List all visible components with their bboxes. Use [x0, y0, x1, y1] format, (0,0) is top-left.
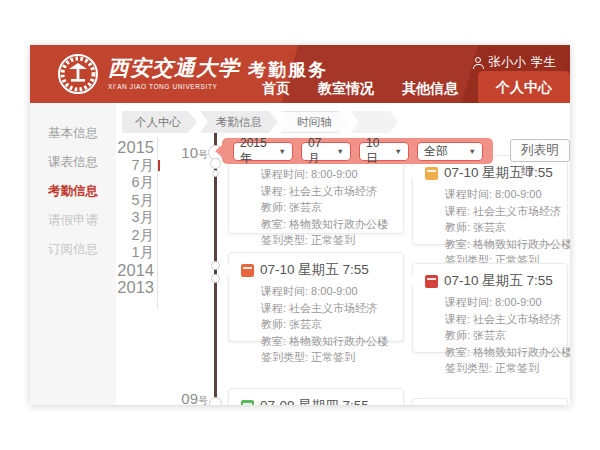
- calendar-icon: [425, 167, 438, 180]
- breadcrumb-timeline[interactable]: 时间轴: [281, 111, 348, 133]
- scope-dropdown[interactable]: 全部 ▼: [417, 142, 483, 161]
- card-field: 教室: 格物致知行政办公楼: [261, 333, 395, 350]
- timeline-node: [212, 170, 219, 177]
- card-date: 07-10 星期五 7:55: [444, 272, 553, 290]
- year-2014[interactable]: 2014: [90, 262, 154, 280]
- chevron-down-icon: ▼: [337, 147, 344, 156]
- chevron-down-icon: ▼: [395, 147, 402, 156]
- card-date: 07-10 星期五 7:55: [444, 164, 553, 182]
- year-2013[interactable]: 2013: [90, 279, 154, 297]
- rail-divider: [157, 137, 158, 309]
- card-date: 07-09 星期四 7:55: [260, 397, 369, 405]
- university-name-en: XI'AN JIAO TONG UNIVERSITY: [108, 83, 240, 90]
- nav-classrooms[interactable]: 教室情况: [304, 73, 388, 103]
- card-field: 教室: 格物致知行政办公楼: [445, 236, 559, 253]
- card-field: 教室: 格物致知行政办公楼: [261, 216, 395, 233]
- month-7-label: 7月: [131, 157, 154, 173]
- breadcrumb: 个人中心 考勤信息 时间轴: [122, 111, 402, 133]
- user-role: 学生: [531, 54, 556, 71]
- app-header: 西安交通大学 XI'AN JIAO TONG UNIVERSITY 考勤服务 张…: [30, 45, 570, 103]
- day-label-10: 10号: [172, 144, 208, 162]
- card-field: 教师: 张芸京: [261, 199, 395, 216]
- app-window: 西安交通大学 XI'AN JIAO TONG UNIVERSITY 考勤服务 张…: [30, 45, 570, 405]
- card-date: 07-10 星期五 7:55: [260, 261, 369, 279]
- calendar-icon: [241, 400, 254, 406]
- scope-dropdown-value: 全部: [424, 143, 448, 160]
- card-field: 课程: 社会主义市场经济: [261, 300, 395, 317]
- nav-home[interactable]: 首页: [248, 73, 304, 103]
- attendance-card: 07-10 星期五 7:55 课程时间: 8:00-9:00 课程: 社会主义市…: [412, 263, 568, 353]
- card-field: 签到类型: 正常签到: [445, 360, 559, 377]
- day-dropdown[interactable]: 10日 ▼: [359, 142, 409, 161]
- month-5[interactable]: 5月: [90, 192, 154, 210]
- user-name: 张小小: [489, 54, 527, 71]
- timeline-node: [211, 261, 220, 270]
- timeline-node: [209, 397, 222, 405]
- year-dropdown[interactable]: 2015年 ▼: [233, 142, 293, 161]
- card-field: 课程: 社会主义市场经济: [445, 203, 559, 220]
- month-7[interactable]: 7月: [90, 157, 154, 175]
- year-2015[interactable]: 2015: [90, 139, 154, 157]
- card-field: 课程时间: 8:00-9:00: [445, 294, 559, 311]
- timeline-node: [211, 274, 220, 283]
- breadcrumb-tail: [351, 111, 399, 133]
- year-dropdown-value: 2015年: [240, 136, 272, 167]
- card-field: 课程时间: 8:00-9:00: [445, 186, 559, 203]
- month-6[interactable]: 6月: [90, 174, 154, 192]
- calendar-icon: [425, 275, 438, 288]
- card-field: 教师: 张芸京: [445, 327, 559, 344]
- university-seal-icon: [56, 52, 100, 96]
- day-dropdown-value: 10日: [366, 136, 388, 167]
- card-field: 课程时间: 8:00-9:00: [261, 283, 395, 300]
- brand-block: 西安交通大学 XI'AN JIAO TONG UNIVERSITY: [108, 54, 240, 90]
- user-info[interactable]: 张小小 学生: [473, 54, 557, 71]
- breadcrumb-attendance[interactable]: 考勤信息: [200, 111, 278, 133]
- main-nav: 首页 教室情况 其他信息 个人中心: [248, 71, 570, 103]
- user-icon: [473, 57, 484, 68]
- attendance-card: 07-09 星期四 7:55: [228, 388, 404, 405]
- attendance-card: 07-10 星期五 7:55 课程时间: 8:00-9:00 课程: 社会主义市…: [228, 252, 404, 342]
- card-field: 签到类型: 正常签到: [261, 349, 395, 366]
- month-3[interactable]: 3月: [90, 209, 154, 227]
- card-field: 签到类型: 正常签到: [261, 232, 395, 249]
- university-name-cn: 西安交通大学: [108, 54, 240, 82]
- chevron-down-icon: ▼: [469, 147, 476, 156]
- breadcrumb-personal-center[interactable]: 个人中心: [122, 111, 197, 133]
- card-field: 课程: 社会主义市场经济: [445, 311, 559, 328]
- timeline-node: [210, 158, 221, 169]
- selected-month-indicator: [158, 160, 160, 171]
- day-label-09: 09号: [172, 390, 208, 405]
- card-field: 教室: 格物致知行政办公楼: [445, 344, 559, 361]
- card-field: 课程时间: 8:00-9:00: [261, 166, 395, 183]
- filter-bar: 2015年 ▼ 07月 ▼ 10日 ▼ 全部 ▼: [222, 138, 493, 164]
- card-field: 教师: 张芸京: [445, 219, 559, 236]
- month-dropdown-value: 07月: [308, 136, 330, 167]
- year-month-list: 2015 7月 6月 5月 3月 2月 1月 2014 2013: [90, 139, 154, 297]
- calendar-icon: [241, 264, 254, 277]
- attendance-card: 07-10 星期五 7:55 课程时间: 8:00-9:00 课程: 社会主义市…: [412, 155, 568, 245]
- list-detail-button[interactable]: 列表明细: [510, 139, 570, 162]
- month-2[interactable]: 2月: [90, 227, 154, 245]
- attendance-card-partial: [412, 398, 568, 405]
- month-dropdown[interactable]: 07月 ▼: [301, 142, 351, 161]
- month-1[interactable]: 1月: [90, 244, 154, 262]
- nav-personal-center[interactable]: 个人中心: [478, 71, 570, 103]
- nav-other-info[interactable]: 其他信息: [388, 73, 472, 103]
- chevron-down-icon: ▼: [279, 147, 286, 156]
- card-field: 课程: 社会主义市场经济: [261, 183, 395, 200]
- card-field: 教师: 张芸京: [261, 316, 395, 333]
